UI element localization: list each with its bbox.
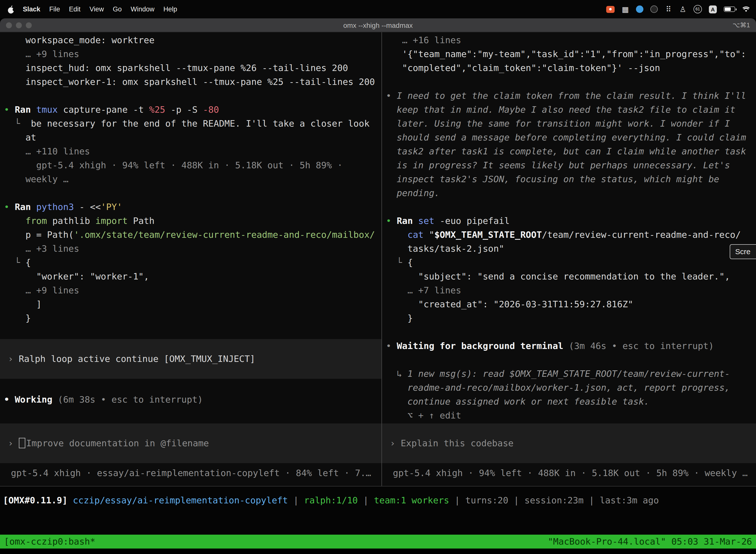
text-cursor [19, 438, 25, 448]
tmux-status-bar: [omx-cczip0:bash* "MacBook-Pro-44.local"… [0, 535, 756, 549]
menu-help[interactable]: Help [164, 5, 177, 13]
input-source-icon[interactable]: A [709, 5, 717, 13]
apple-menu-icon[interactable] [7, 5, 15, 14]
menu-edit[interactable]: Edit [69, 5, 81, 13]
terminal-line: should send a message before completing … [386, 130, 756, 145]
terminal-line: is in progress? It seems likely but perh… [386, 158, 756, 172]
terminal-line: workspace_mode: worktree [4, 33, 381, 47]
terminal-gap [386, 75, 756, 89]
terminal-line: … +9 lines [4, 283, 381, 297]
menu-status-icons: ▦ ⠿ ♙ 61 A [606, 4, 750, 14]
close-button[interactable] [6, 22, 12, 28]
record-dot-icon [609, 8, 612, 10]
terminal-gap [386, 325, 756, 339]
terminal-line: └ { [4, 256, 381, 270]
terminal-line: ↳ 1 new msg(s): read $OMX_TEAM_STATE_ROO… [386, 367, 756, 381]
terminal-line: weekly … [4, 172, 381, 186]
terminal-line: inspect_worker-1: omx sparkshell --tmux-… [4, 75, 381, 89]
window-title: omx --xhigh --madmax [343, 21, 413, 29]
menu-bar: Slack FileEditViewGoWindowHelp ▦ ⠿ ♙ 61 … [0, 0, 756, 18]
terminal-line: [OMX#0.11.9] cczip/essay/ai-reimplementa… [3, 493, 756, 507]
terminal-line: inspect task2's JSON, focusing on the st… [386, 172, 756, 186]
terminal-line: ] [4, 297, 381, 311]
left-pane-content: workspace_mode: worktree … +9 lines insp… [4, 33, 381, 406]
model-status-line-right: gpt-5.4 xhigh · 94% left · 488K in · 5.1… [386, 466, 756, 480]
terminal-line: pending. [386, 186, 756, 200]
battery-fill [725, 7, 731, 11]
terminal-line: "worker": "worker-1", [4, 270, 381, 283]
prompt-suggestion: Explain this codebase [400, 438, 513, 448]
terminal-window: workspace_mode: worktree … +9 lines insp… [0, 32, 756, 486]
wifi-icon[interactable] [742, 4, 750, 14]
tmux-host-clock: "MacBook-Pro-44.local" 05:03 31-Mar-26 [548, 535, 752, 549]
right-pane-footer: › Explain this codebase gpt-5.4 xhigh · … [386, 424, 756, 480]
window-title-bar[interactable]: omx --xhigh --madmax ⌥⌘1 [0, 18, 756, 32]
battery-nub [736, 8, 737, 10]
terminal-line: • Ran python3 - <<'PY' [4, 200, 381, 214]
left-pane-footer: › Improve documentation in @filename gpt… [4, 424, 381, 480]
model-status-line-left: gpt-5.4 xhigh · essay/ai-reimplementatio… [4, 466, 381, 480]
terminal-line: readme-and-reco/mailbox/worker-1.json, a… [386, 381, 756, 395]
terminal-gap [4, 186, 381, 200]
terminal-line: … +9 lines [4, 47, 381, 61]
menu-file[interactable]: File [49, 5, 60, 13]
terminal-line: } [4, 311, 381, 325]
battery-percent-icon[interactable]: 61 [693, 5, 702, 13]
left-terminal-pane[interactable]: workspace_mode: worktree … +9 lines insp… [0, 32, 382, 486]
terminal-line: • Working (6m 38s • esc to interrupt) [4, 393, 381, 406]
terminal-line: "subject": "send a concise recommendatio… [386, 270, 756, 283]
dots-menu-icon[interactable]: ⠿ [665, 4, 672, 14]
menu-go[interactable]: Go [113, 5, 122, 13]
terminal-line: … +7 lines [386, 283, 756, 297]
blue-app-icon[interactable] [636, 5, 643, 13]
terminal-line: … +3 lines [4, 242, 381, 256]
terminal-line: └ be necessary for the end of the README… [4, 117, 381, 130]
terminal-gap [4, 89, 381, 103]
screen-recording-indicator-icon[interactable] [606, 6, 615, 13]
screen-share-tooltip[interactable]: Scre [730, 244, 756, 259]
prompt-input-left[interactable]: › Improve documentation in @filename [0, 424, 381, 463]
minimize-button[interactable] [16, 22, 22, 28]
terminal-line: from pathlib import Path [4, 214, 381, 228]
prompt-placeholder: Improve documentation in @filename [26, 438, 209, 448]
terminal-line: … +16 lines [386, 33, 756, 47]
terminal-line: … +110 lines [4, 145, 381, 158]
dark-app-icon[interactable] [650, 5, 658, 13]
zoom-button[interactable] [26, 22, 32, 28]
traffic-lights [0, 22, 32, 28]
menu-items: FileEditViewGoWindowHelp [49, 5, 186, 13]
terminal-line: "completed","claim_token":"claim-token"}… [386, 61, 756, 75]
terminal-line: • Ran tmux capture-pane -t %25 -p -S -80 [4, 103, 381, 117]
terminal-line: • I need to get the claim token from the… [386, 89, 756, 103]
window-shortcut-badge: ⌥⌘1 [733, 21, 756, 29]
terminal-line: keep that in mind. Maybe I also need the… [386, 103, 756, 117]
terminal-line: • Ran set -euo pipefail [386, 214, 756, 228]
grid-app-icon[interactable]: ▦ [622, 4, 629, 14]
terminal-line: later. Using the same for transition mig… [386, 117, 756, 130]
right-terminal-pane[interactable]: … +16 lines '{"team_name":"my-team","tas… [382, 32, 756, 486]
terminal-line: "created_at": "2026-03-31T11:59:27.816Z" [386, 297, 756, 311]
prompt-line: › Explain this codebase [390, 436, 756, 450]
desktop: Slack FileEditViewGoWindowHelp ▦ ⠿ ♙ 61 … [0, 0, 756, 554]
terminal-line: at [4, 130, 381, 145]
app-menu-slack[interactable]: Slack [23, 5, 41, 13]
prompt-input-right[interactable]: › Explain this codebase [382, 424, 756, 463]
right-pane-content: … +16 lines '{"team_name":"my-team","tas… [386, 33, 756, 423]
battery-icon[interactable] [724, 6, 735, 12]
terminal-line: › Ralph loop active continue [OMX_TMUX_I… [8, 352, 381, 366]
terminal-line: cat "$OMX_TEAM_STATE_ROOT/team/review-cu… [386, 228, 756, 242]
terminal-line: '{"team_name":"my-team","task_id":"1","f… [386, 47, 756, 61]
terminal-line: p = Path('.omx/state/team/review-current… [4, 228, 381, 242]
prompt-chevron-icon: › [8, 438, 19, 448]
prompt-chevron-icon: › [390, 438, 400, 448]
prompt-line: › Improve documentation in @filename [8, 436, 381, 450]
terminal-gap [4, 325, 381, 339]
terminal-line: tasks/task-2.json" [386, 242, 756, 256]
menu-window[interactable]: Window [131, 5, 154, 13]
assistant-app-icon[interactable]: ♙ [679, 4, 687, 14]
terminal-line: } [386, 311, 756, 325]
terminal-line: ⌥ + ↑ edit [386, 408, 756, 423]
terminal-gap [386, 200, 756, 214]
terminal-line: └ { [386, 256, 756, 270]
menu-view[interactable]: View [89, 5, 104, 13]
